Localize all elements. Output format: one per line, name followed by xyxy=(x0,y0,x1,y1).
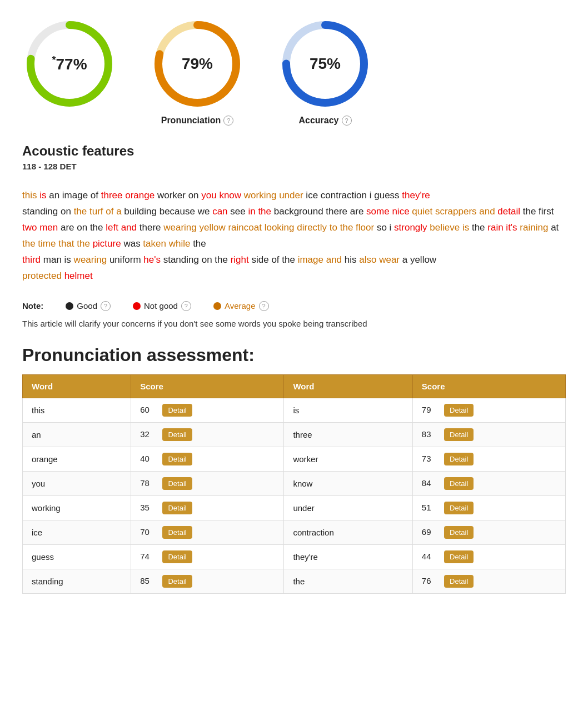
word-cell: the xyxy=(284,569,412,593)
word-cell: you xyxy=(23,471,131,495)
detail-button[interactable]: Detail xyxy=(444,502,474,514)
col-word1: Word xyxy=(23,374,131,398)
pronunciation-help-icon[interactable]: ? xyxy=(223,116,233,126)
overall-circle: *77% xyxy=(22,17,117,111)
score-cell: 73 Detail xyxy=(412,447,565,471)
word-cell: ice xyxy=(23,520,131,544)
detail-button[interactable]: Detail xyxy=(444,575,474,588)
score-cell: 40 Detail xyxy=(131,447,284,471)
detail-button[interactable]: Detail xyxy=(444,428,474,441)
legend-average: Average ? xyxy=(213,301,269,311)
detail-button[interactable]: Detail xyxy=(162,550,192,563)
score-cell: 69 Detail xyxy=(412,520,565,544)
good-help-icon[interactable]: ? xyxy=(101,301,111,311)
score-cell: 84 Detail xyxy=(412,471,565,495)
table-row: standing 85 Detail the 76 Detail xyxy=(23,569,566,593)
good-dot xyxy=(66,302,73,310)
word-cell: is xyxy=(284,398,412,422)
detail-button[interactable]: Detail xyxy=(162,477,192,490)
scores-row: *77% 79% Pronunciation ? 75% Accuracy xyxy=(22,17,566,126)
table-header-row: Word Score Word Score xyxy=(23,374,566,398)
word-cell: guess xyxy=(23,544,131,569)
accuracy-circle: 75% xyxy=(278,17,372,111)
word-cell: working xyxy=(23,495,131,520)
average-help-icon[interactable]: ? xyxy=(259,301,269,311)
table-row: orange 40 Detail worker 73 Detail xyxy=(23,447,566,471)
accuracy-label: Accuracy ? xyxy=(298,116,351,126)
article-note: This article will clarify your concerns … xyxy=(22,319,566,328)
detail-button[interactable]: Detail xyxy=(444,477,474,490)
score-cell: 85 Detail xyxy=(131,569,284,593)
overall-score: *77% xyxy=(22,17,117,111)
note-label: Note: xyxy=(22,301,43,311)
detail-button[interactable]: Detail xyxy=(162,575,192,588)
detail-button[interactable]: Detail xyxy=(162,526,192,539)
score-cell: 51 Detail xyxy=(412,495,565,520)
word-cell: they're xyxy=(284,544,412,569)
word-cell: know xyxy=(284,471,412,495)
word-cell: standing xyxy=(23,569,131,593)
score-cell: 76 Detail xyxy=(412,569,565,593)
table-row: this 60 Detail is 79 Detail xyxy=(23,398,566,422)
score-cell: 74 Detail xyxy=(131,544,284,569)
legend-not-good: Not good ? xyxy=(133,301,191,311)
pronunciation-label: Pronunciation ? xyxy=(161,116,234,126)
pronunciation-score: 79% Pronunciation ? xyxy=(150,17,245,126)
word-cell: three xyxy=(284,422,412,447)
score-cell: 32 Detail xyxy=(131,422,284,447)
score-cell: 60 Detail xyxy=(131,398,284,422)
word-cell: worker xyxy=(284,447,412,471)
score-cell: 78 Detail xyxy=(131,471,284,495)
table-row: you 78 Detail know 84 Detail xyxy=(23,471,566,495)
word-cell: orange xyxy=(23,447,131,471)
score-cell: 79 Detail xyxy=(412,398,565,422)
score-cell: 70 Detail xyxy=(131,520,284,544)
detail-button[interactable]: Detail xyxy=(444,526,474,539)
not-good-help-icon[interactable]: ? xyxy=(181,301,191,311)
pronunciation-table: Word Score Word Score this 60 Detail is … xyxy=(22,374,566,594)
acoustic-subtitle: 118 - 128 DET xyxy=(22,162,566,171)
table-row: ice 70 Detail contraction 69 Detail xyxy=(23,520,566,544)
assessment-title: Pronunciation assessment: xyxy=(22,345,566,365)
score-cell: 44 Detail xyxy=(412,544,565,569)
detail-button[interactable]: Detail xyxy=(444,404,474,417)
word-cell: contraction xyxy=(284,520,412,544)
detail-button[interactable]: Detail xyxy=(444,453,474,465)
col-word2: Word xyxy=(284,374,412,398)
pronunciation-circle: 79% xyxy=(150,17,245,111)
acoustic-block: Acoustic features 118 - 128 DET xyxy=(22,142,566,171)
score-cell: 35 Detail xyxy=(131,495,284,520)
accuracy-help-icon[interactable]: ? xyxy=(342,116,352,126)
table-row: an 32 Detail three 83 Detail xyxy=(23,422,566,447)
word-cell: this xyxy=(23,398,131,422)
detail-button[interactable]: Detail xyxy=(162,502,192,514)
legend-good: Good ? xyxy=(66,301,111,311)
col-score1: Score xyxy=(131,374,284,398)
table-row: working 35 Detail under 51 Detail xyxy=(23,495,566,520)
transcript: this is an image of three orange worker … xyxy=(22,188,566,284)
detail-button[interactable]: Detail xyxy=(162,404,192,417)
detail-button[interactable]: Detail xyxy=(444,550,474,563)
col-score2: Score xyxy=(412,374,565,398)
note-row: Note: Good ? Not good ? Average ? xyxy=(22,301,566,311)
detail-button[interactable]: Detail xyxy=(162,453,192,465)
table-row: guess 74 Detail they're 44 Detail xyxy=(23,544,566,569)
word-cell: an xyxy=(23,422,131,447)
acoustic-title: Acoustic features xyxy=(22,142,566,159)
average-dot xyxy=(213,302,221,310)
detail-button[interactable]: Detail xyxy=(162,428,192,441)
word-cell: under xyxy=(284,495,412,520)
score-cell: 83 Detail xyxy=(412,422,565,447)
accuracy-score: 75% Accuracy ? xyxy=(278,17,372,126)
not-good-dot xyxy=(133,302,141,310)
